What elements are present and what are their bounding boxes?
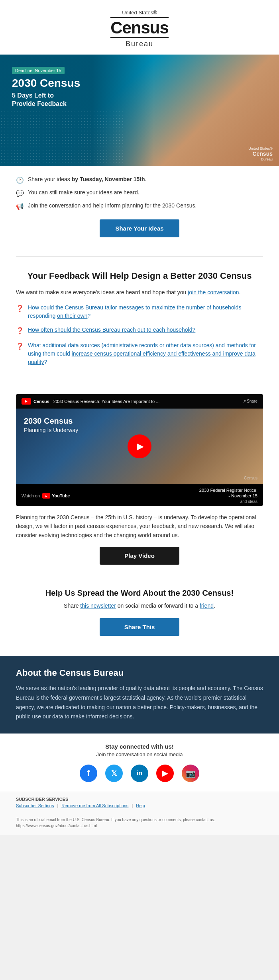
twitter-icon[interactable]: 𝕏 [105, 765, 123, 782]
about-text: We serve as the nation's leading provide… [16, 684, 263, 722]
video-census-watermark: Census [244, 476, 257, 480]
chat-icon: 💬 [16, 189, 24, 198]
header: United States® Census Bureau [0, 0, 279, 55]
bullet-item-1: ❓ How could the Census Bureau tailor mes… [16, 303, 263, 320]
video-bottom-bar: Watch on YouTube 2030 Federal Register N… [16, 484, 263, 506]
video-main: 2030 Census Planning Is Underway Census [16, 409, 263, 484]
play-button-icon[interactable] [128, 434, 151, 458]
share-desc: Share this newsletter on social media or… [16, 602, 263, 610]
instagram-icon[interactable]: 📷 [182, 765, 199, 782]
video-thumbnail: Census 2030 Census Research: Your Ideas … [16, 394, 263, 506]
hero-deadline-badge: Deadline: November 15 [12, 67, 65, 74]
footer-services: SUBSCRIBER SERVICES Subscriber Settings … [0, 792, 279, 813]
bullet-icon-3: ❓ [16, 342, 24, 351]
cta-item-2: 💬 You can still make sure your ideas are… [16, 189, 263, 198]
cta-item-1-text: Share your ideas by Tuesday, November 15… [28, 176, 147, 184]
facebook-icon[interactable]: f [80, 765, 97, 782]
footer-disclaimer: This is an official email from the U.S. … [0, 813, 279, 835]
video-overlay-text: 2030 Census Planning Is Underway [24, 417, 78, 433]
cta-item-1: 🕐 Share your ideas by Tuesday, November … [16, 176, 263, 185]
youtube-icon-bottom [42, 493, 50, 499]
bullet-link-1[interactable]: on their own [57, 313, 87, 319]
about-section: About the Census Bureau We serve as the … [0, 656, 279, 734]
social-subtitle: Join the conversation on social media [16, 751, 263, 757]
friend-link[interactable]: friend [200, 602, 214, 609]
youtube-icon[interactable]: ▶ [156, 765, 174, 782]
linkedin-icon[interactable]: in [131, 765, 148, 782]
disclaimer-text: This is an official email from the U.S. … [16, 817, 263, 829]
newsletter-link[interactable]: this newsletter [80, 602, 116, 609]
hero-title: 2030 Census [12, 77, 145, 90]
video-top-bar: Census 2030 Census Research: Your Ideas … [16, 394, 263, 409]
about-title: About the Census Bureau [16, 668, 263, 678]
social-section: Stay connected with us! Join the convers… [0, 734, 279, 792]
share-this-button[interactable]: Share This [100, 618, 179, 636]
bullet-text-3: What additional data sources (administra… [28, 341, 263, 366]
share-title: Help Us Spread the Word About the 2030 C… [16, 589, 263, 598]
footer-sep-1: | [57, 803, 58, 808]
social-title: Stay connected with us! [16, 743, 263, 750]
feedback-intro: We want to make sure everyone's ideas ar… [16, 288, 263, 297]
share-section: Help Us Spread the Word About the 2030 C… [0, 577, 279, 656]
cta-item-3: 📢 Join the conversation and help inform … [16, 202, 263, 211]
watch-on-youtube: Watch on YouTube [22, 493, 70, 499]
bullet-item-2: ❓ How often should the Census Bureau rea… [16, 326, 263, 336]
bullet-text-2: How often should the Census Bureau reach… [28, 326, 195, 334]
remove-subscriptions-link[interactable]: Remove me from All Subscriptions [61, 803, 128, 808]
channel-name: Census [33, 399, 49, 404]
video-overlay-title: 2030 Census [24, 417, 78, 425]
footer-sep-2: | [132, 803, 133, 808]
logo-bureau-text: Bureau [110, 40, 169, 48]
video-register-notice: 2030 Federal Register Notice:- November … [199, 487, 257, 505]
dots-pattern [0, 110, 126, 166]
hero-census-logo-small: United States® Census Bureau [248, 146, 273, 161]
bullet-icon-1: ❓ [16, 304, 24, 313]
footer-links-row: Subscriber Settings | Remove me from All… [16, 803, 263, 808]
help-link[interactable]: Help [136, 803, 145, 808]
logo-united-states: United States® [110, 10, 169, 16]
bullet-text-1: How could the Census Bureau tailor messa… [28, 303, 263, 320]
subscriber-settings-link[interactable]: Subscriber Settings [16, 803, 54, 808]
logo-underline-2 [110, 37, 169, 38]
bullet-link-3[interactable]: increase census operational efficiency a… [28, 350, 255, 365]
join-conversation-link[interactable]: join the conversation [188, 289, 239, 295]
social-icons-row: f 𝕏 in ▶ 📷 [16, 765, 263, 782]
hero-banner: Deadline: November 15 2030 Census 5 Days… [0, 55, 279, 166]
youtube-logo-small: Census [22, 398, 49, 405]
cta-item-3-text: Join the conversation and help inform pl… [28, 202, 196, 210]
census-logo: United States® Census Bureau [110, 10, 169, 48]
feedback-title: Your Feedback Will Help Design a Better … [16, 270, 263, 282]
video-section: Census 2030 Census Research: Your Ideas … [0, 386, 279, 577]
bullet-item-3: ❓ What additional data sources (administ… [16, 341, 263, 366]
megaphone-icon: 📢 [16, 202, 24, 211]
hero-subtitle: 5 Days Left toProvide Feedback [12, 92, 145, 108]
clock-icon: 🕐 [16, 176, 24, 185]
logo-underline [110, 17, 169, 18]
video-title-overlay: 2030 Census Research: Your Ideas Are Imp… [53, 399, 239, 404]
logo-census-text: Census [110, 20, 169, 36]
cta-item-2-text: You can still make sure your ideas are h… [28, 189, 140, 197]
video-overlay-subtitle: Planning Is Underway [24, 427, 78, 433]
share-your-ideas-button[interactable]: Share Your Ideas [100, 219, 179, 237]
section-divider-1 [16, 256, 263, 257]
bullet-link-2[interactable]: How often should the Census Bureau reach… [28, 327, 195, 333]
feedback-bullet-list: ❓ How could the Census Bureau tailor mes… [16, 303, 263, 366]
share-small: ↗ Share [243, 399, 257, 403]
bullet-icon-2: ❓ [16, 326, 24, 336]
youtube-logo-bottom: YouTube [42, 493, 70, 499]
video-description-text: Planning for the 2030 Census – the 25th … [16, 513, 263, 540]
youtube-icon-small [22, 398, 31, 405]
play-video-button[interactable]: Play Video [100, 547, 179, 565]
feedback-section: Your Feedback Will Help Design a Better … [0, 258, 279, 386]
cta-section: 🕐 Share your ideas by Tuesday, November … [0, 166, 279, 255]
subscriber-services-label: SUBSCRIBER SERVICES [16, 797, 263, 802]
